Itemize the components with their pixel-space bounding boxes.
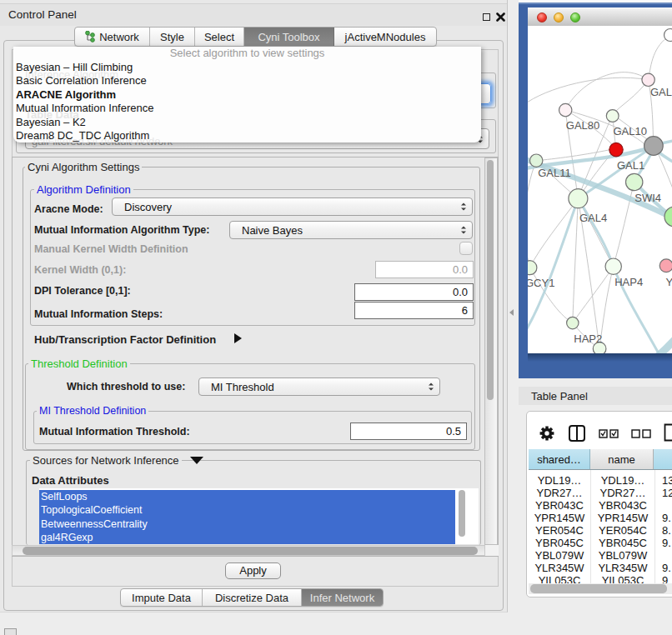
svg-text:GAL1: GAL1 [617, 159, 644, 172]
svg-text:SWI4: SWI4 [634, 192, 661, 204]
svg-text:GAL4: GAL4 [579, 212, 607, 224]
svg-text:HAP4: HAP4 [614, 276, 643, 288]
svg-text:GAL80: GAL80 [566, 119, 599, 132]
svg-text:GAL10: GAL10 [614, 125, 647, 138]
svg-text:YM: YM [666, 276, 672, 288]
svg-text:GCY1: GCY1 [528, 277, 554, 289]
svg-text:HAP2: HAP2 [574, 332, 602, 345]
svg-text:GAL7: GAL7 [650, 86, 672, 98]
svg-text:GAL11: GAL11 [538, 167, 571, 179]
